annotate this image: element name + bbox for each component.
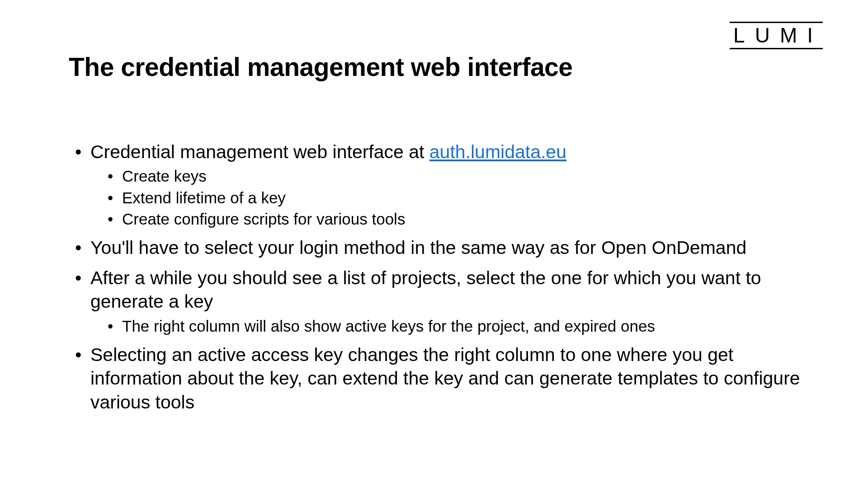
bullet-text: You'll have to select your login method … xyxy=(90,237,746,258)
list-item: Create configure scripts for various too… xyxy=(90,208,801,230)
list-item: After a while you should see a list of p… xyxy=(69,266,801,337)
list-item: Credential management web interface at a… xyxy=(69,140,801,230)
list-item: The right column will also show active k… xyxy=(90,315,801,337)
slide-title: The credential management web interface xyxy=(69,52,573,82)
bullet-text: The right column will also show active k… xyxy=(122,317,655,335)
bullet-text: Selecting an active access key changes t… xyxy=(90,344,800,413)
bullet-list: Credential management web interface at a… xyxy=(69,140,801,414)
bullet-text: Create configure scripts for various too… xyxy=(122,210,405,228)
list-item: Extend lifetime of a key xyxy=(90,187,801,208)
sub-bullet-list: The right column will also show active k… xyxy=(90,315,801,337)
bullet-text: Create keys xyxy=(122,167,207,185)
bullet-text: Extend lifetime of a key xyxy=(122,189,286,206)
bullet-text: Credential management web interface at xyxy=(90,141,429,162)
lumi-logo: LUMI xyxy=(730,22,823,49)
list-item: Create keys xyxy=(90,165,801,187)
list-item: Selecting an active access key changes t… xyxy=(69,343,801,414)
sub-bullet-list: Create keys Extend lifetime of a key Cre… xyxy=(90,165,801,230)
list-item: You'll have to select your login method … xyxy=(69,236,801,259)
auth-link[interactable]: auth.lumidata.eu xyxy=(429,141,566,162)
slide-content: Credential management web interface at a… xyxy=(69,140,801,420)
bullet-text: After a while you should see a list of p… xyxy=(90,267,761,312)
